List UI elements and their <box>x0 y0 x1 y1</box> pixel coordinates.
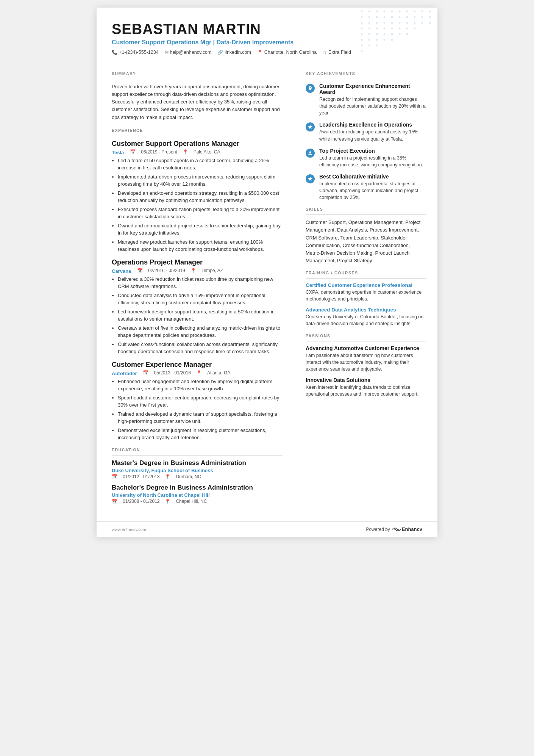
website-value: linkedin.com <box>225 50 251 55</box>
summary-label: SUMMARY <box>112 71 283 76</box>
skills-label: SKILLS <box>306 207 426 211</box>
job-dates-icon-1: 📅 <box>130 149 136 155</box>
training-item-2: Advanced Data Analytics Techniques Cours… <box>306 307 426 327</box>
passion-item-1: Advancing Automotive Customer Experience… <box>306 345 426 373</box>
achievement-icon-4 <box>306 174 315 183</box>
edu-item-1: Master's Degree in Business Administrati… <box>112 459 283 479</box>
job-item-3: Customer Experience Manager Autotrader 📅… <box>112 361 283 441</box>
achievement-icon-3 <box>306 149 315 158</box>
training-item-1: Certified Customer Experience Profession… <box>306 282 426 302</box>
job-title-2: Operations Project Manager <box>112 258 283 266</box>
job-dates-2: 02/2016 - 05/2019 <box>148 268 185 273</box>
footer-website: www.enhancv.com <box>112 527 146 532</box>
bullet: Led a team of 50 support agents in a con… <box>118 157 283 172</box>
candidate-name: SEBASTIAN MARTIN <box>112 21 422 38</box>
summary-section: SUMMARY Proven leader with over 5 years … <box>112 71 283 121</box>
job-company-3: Autotrader <box>112 371 137 376</box>
bullet: Executed process standardization project… <box>118 206 283 221</box>
achievement-icon-1 <box>306 84 315 93</box>
job-company-1: Tesla <box>112 150 124 155</box>
location-contact: 📍 Charlotte, North Carolina <box>257 50 317 55</box>
phone-value: +1-(234)-555-1234 <box>119 50 159 55</box>
skills-section: SKILLS Customer Support, Operations Mana… <box>306 207 426 265</box>
bullet: Implemented data-driven process improvem… <box>118 173 283 188</box>
education-label: EDUCATION <box>112 448 283 452</box>
training-title-1: Certified Customer Experience Profession… <box>306 282 426 288</box>
bullet: Spearheaded a customer-centric approach,… <box>118 394 283 409</box>
passion-desc-1: I am passionate about transforming how c… <box>306 352 426 373</box>
passion-desc-2: Keen interest in identifying data trends… <box>306 384 426 398</box>
job-bullets-1: Led a team of 50 support agents in a con… <box>112 157 283 253</box>
achievement-title-2: Leadership Excellence in Operations <box>319 122 426 128</box>
job-location-2: Tempe, AZ <box>201 268 223 273</box>
achievement-title-3: Top Project Execution <box>319 148 426 154</box>
bullet: Conducted data analysis to drive a 15% i… <box>118 292 283 307</box>
bullet: Cultivated cross-functional collaboratio… <box>118 341 283 355</box>
achievement-icon-2 <box>306 122 315 131</box>
edu-meta-2: 📅 01/2008 - 01/2012 📍 Chapel Hill, NC <box>112 499 283 504</box>
resume-page: // Generate dot grid SEBASTIAN MARTIN Cu… <box>97 8 437 537</box>
edu-meta-1: 📅 01/2012 - 01/2013 📍 Durham, NC <box>112 474 283 479</box>
edu-location-1: Durham, NC <box>176 474 201 479</box>
edu-dates-2: 01/2008 - 01/2012 <box>123 499 159 504</box>
bullet: Owned and communicated project results t… <box>118 222 283 237</box>
achievement-title-1: Customer Experience Enhancement Award <box>319 83 426 95</box>
email-value: help@enhancv.com <box>170 50 212 55</box>
extra-contact: ☆ Extra Field <box>323 50 351 55</box>
edu-school-2: University of North Carolina at Chapel H… <box>112 492 283 498</box>
link-icon: 🔗 <box>217 50 223 55</box>
job-bullets-3: Enhanced user engagement and retention b… <box>112 378 283 441</box>
achievement-content-4: Best Collaborative Initiative Implemente… <box>319 174 426 201</box>
achievements-label: KEY ACHIEVEMENTS <box>306 71 426 76</box>
phone-icon: 📞 <box>112 50 117 55</box>
achievement-item-2: Leadership Excellence in Operations Awar… <box>306 122 426 142</box>
job-item-2: Operations Project Manager Carvana 📅 02/… <box>112 258 283 355</box>
bullet: Enhanced user engagement and retention b… <box>118 378 283 393</box>
job-meta-1: 📅 06/2019 - Present 📍 Palo Alto, CA <box>130 149 220 155</box>
edu-location-2: Chapel Hill, NC <box>176 499 207 504</box>
job-loc-icon-1: 📍 <box>183 149 188 155</box>
achievement-content-2: Leadership Excellence in Operations Awar… <box>319 122 426 142</box>
bullet: Demonstrated excellent judgment in resol… <box>118 427 283 441</box>
edu-dates-icon-2: 📅 <box>112 499 117 504</box>
contact-bar: 📞 +1-(234)-555-1234 ✉ help@enhancv.com 🔗… <box>112 50 422 55</box>
training-divider <box>306 278 426 279</box>
passion-title-1: Advancing Automotive Customer Experience <box>306 345 426 351</box>
achievement-desc-3: Led a team in a project resulting in a 3… <box>319 155 426 168</box>
website-contact: 🔗 linkedin.com <box>217 50 251 55</box>
footer-brand: Powered by Enhancv <box>366 526 422 532</box>
location-icon: 📍 <box>257 50 263 55</box>
edu-dates-1: 01/2012 - 01/2013 <box>123 474 159 479</box>
skills-divider <box>306 214 426 215</box>
phone-contact: 📞 +1-(234)-555-1234 <box>112 50 159 55</box>
job-location-3: Atlanta, GA <box>207 370 230 376</box>
training-desc-2: Coursera by University of Colorado Bould… <box>306 313 426 327</box>
left-column: SUMMARY Proven leader with over 5 years … <box>97 62 294 521</box>
achievement-item-1: Customer Experience Enhancement Award Re… <box>306 83 426 116</box>
header: SEBASTIAN MARTIN Customer Support Operat… <box>97 8 437 62</box>
training-label: TRAINING / COURSES <box>306 271 426 275</box>
job-dates-1: 06/2019 - Present <box>141 149 177 155</box>
summary-divider <box>112 79 283 79</box>
achievement-content-1: Customer Experience Enhancement Award Re… <box>319 83 426 116</box>
achievement-desc-4: Implemented cross-departmental strategie… <box>319 180 426 201</box>
experience-divider <box>112 136 283 136</box>
experience-label: EXPERIENCE <box>112 128 283 133</box>
right-column: KEY ACHIEVEMENTS Customer Experience Enh… <box>294 62 437 521</box>
passion-item-2: Innovative Data Solutions Keen interest … <box>306 377 426 398</box>
achievements-section: KEY ACHIEVEMENTS Customer Experience Enh… <box>306 71 426 201</box>
job-item-1: Customer Support Operations Manager Tesl… <box>112 140 283 253</box>
location-value: Charlotte, North Carolina <box>264 50 317 55</box>
job-title-1: Customer Support Operations Manager <box>112 140 283 148</box>
job-meta-2: 📅 02/2016 - 05/2019 📍 Tempe, AZ <box>137 268 223 273</box>
achievement-item-4: Best Collaborative Initiative Implemente… <box>306 174 426 201</box>
bullet: Delivered a 30% reduction in ticket reso… <box>118 275 283 290</box>
brand-name: Enhancv <box>402 526 422 532</box>
experience-section: EXPERIENCE Customer Support Operations M… <box>112 128 283 441</box>
edu-item-2: Bachelor's Degree in Business Administra… <box>112 484 283 504</box>
job-company-2: Carvana <box>112 268 131 274</box>
edu-school-1: Duke University, Fuqua School of Busines… <box>112 468 283 473</box>
enhancv-logo: Enhancv <box>392 526 422 532</box>
education-divider <box>112 455 283 455</box>
job-meta-3: 📅 05/2013 - 01/2016 📍 Atlanta, GA <box>143 370 230 376</box>
